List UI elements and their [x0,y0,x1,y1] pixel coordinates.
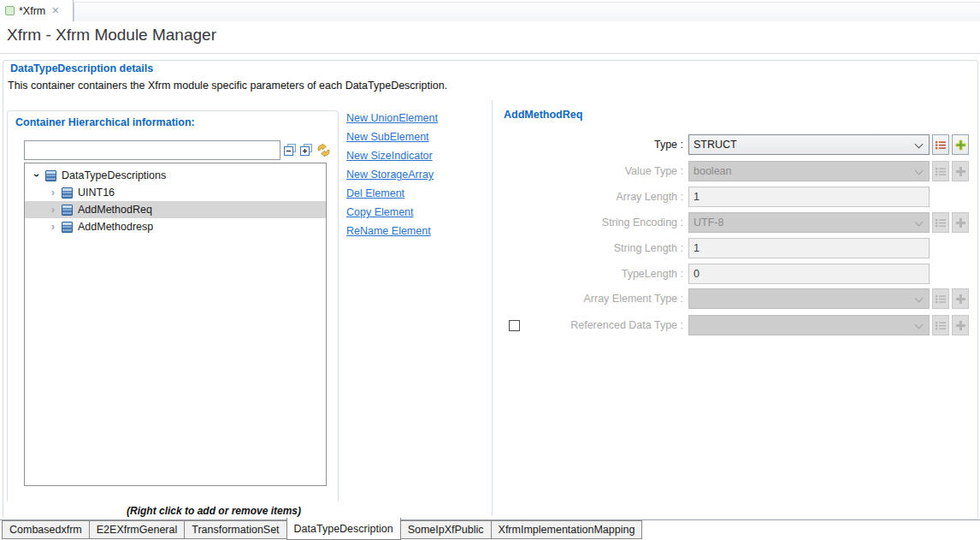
referenced-data-type-combobox [688,315,930,335]
chevron-right-icon[interactable]: › [51,203,55,216]
chevron-right-icon[interactable]: › [51,220,55,233]
tab-label: E2EXfrmGeneral [97,524,177,536]
tree-item-addmethodreq[interactable]: › AddMethodReq [25,201,326,218]
list-button [932,161,949,181]
array-length-field: 1 [688,187,930,207]
refresh-icon[interactable] [316,143,332,157]
list-button [932,288,949,309]
editor-tab-strip: *Xfrm ✕ [0,0,980,21]
combo-value: boolean [694,165,732,177]
link-new-unionelement[interactable]: New UnionElement [346,112,438,124]
section-description: This container containers the Xfrm modul… [8,80,447,92]
tree-item-label: DataTypeDescriptions [62,169,166,181]
field-label: String Length : [496,242,688,254]
type-combobox[interactable]: STRUCT [688,134,930,155]
link-rename-element[interactable]: ReName Element [346,225,431,237]
collapse-all-icon[interactable] [283,143,298,157]
list-button [932,315,949,335]
chevron-down-icon [915,140,924,149]
hierarchy-title: Container Hierarchical information: [15,116,195,128]
tree-hint-text: (Right click to add or remove items) [43,505,385,517]
datatype-node-icon [62,205,73,216]
header-separator [0,53,980,54]
string-encoding-combobox: UTF-8 [688,212,930,233]
field-label: Value Type : [496,165,688,177]
combo-value: STRUCT [694,139,737,151]
field-row-array-element-type: Array Element Type : [496,288,975,309]
tab-label: DataTypeDescription [294,523,393,535]
array-element-type-combobox [688,288,930,309]
field-row-typelength: TypeLength : 0 [496,264,975,284]
datatype-node-icon [62,222,73,233]
tab-strip-background [74,2,980,21]
page-title: Xfrm - Xfrm Module Manager [7,26,216,45]
datatype-node-icon [62,187,73,199]
datatype-node-icon [45,170,56,181]
field-value: 0 [694,268,700,280]
section-title: DataTypeDescription details [10,62,153,74]
field-value: 1 [694,191,700,203]
field-label: String Encoding : [496,217,688,228]
field-row-referenced-data-type: Referenced Data Type : [496,315,975,335]
expand-all-icon[interactable] [299,143,314,157]
editor-tab-label: *Xfrm [19,5,45,17]
list-button [932,212,949,233]
link-new-sizeindicator[interactable]: New SizeIndicator [346,150,433,162]
chevron-down-icon[interactable]: › [28,174,45,177]
list-button[interactable] [932,134,949,155]
referenced-data-type-checkbox[interactable] [509,320,520,331]
tab-label: XfrmImplementationMapping [499,524,635,536]
link-new-storagearray[interactable]: New StorageArray [346,169,434,181]
tab-label: TransformationSet [192,524,279,536]
field-row-array-length: Array Length : 1 [496,187,975,207]
add-button [952,161,969,181]
file-icon [5,6,15,15]
tree-item-uint16[interactable]: › UINT16 [25,184,326,201]
tab-datatypedescription[interactable]: DataTypeDescription [286,518,401,540]
link-new-subelement[interactable]: New SubElement [346,131,429,143]
string-length-field: 1 [688,238,930,258]
tab-xfrmimplementationmapping[interactable]: XfrmImplementationMapping [491,520,643,539]
add-button [952,212,969,233]
field-label: TypeLength : [496,268,688,280]
tab-someipxfpublic[interactable]: SomeIpXfPublic [400,520,492,539]
tree-filter-input[interactable] [24,140,280,160]
tree-item-addmethodresp[interactable]: › AddMethodresp [25,218,326,235]
bottom-tab-bar: Combasedxfrm E2EXfrmGeneral Transformati… [0,518,980,540]
field-label: Type : [496,139,688,151]
tab-label: Combasedxfrm [9,524,82,536]
hierarchy-tree: › DataTypeDescriptions › UINT16 › AddMet… [24,163,327,486]
field-label: Referenced Data Type : [520,319,688,331]
link-copy-element[interactable]: Copy Element [346,206,414,218]
close-icon[interactable]: ✕ [51,5,59,16]
tab-label: SomeIpXfPublic [408,524,484,536]
chevron-down-icon [915,218,924,227]
tree-item-label: AddMethodresp [78,221,153,233]
field-row-string-encoding: String Encoding : UTF-8 [496,212,975,233]
combo-value: UTF-8 [694,217,723,228]
field-row-type: Type : STRUCT [496,134,975,155]
tab-combasedxfrm[interactable]: Combasedxfrm [2,520,90,539]
tab-e2exfrmgeneral[interactable]: E2EXfrmGeneral [89,520,185,539]
tree-item-label: UINT16 [78,187,115,199]
field-row-string-length: String Length : 1 [496,238,975,258]
chevron-down-icon [915,294,924,303]
panel-divider [492,100,493,516]
tab-transformationset[interactable]: TransformationSet [184,520,286,539]
chevron-right-icon[interactable]: › [51,186,55,199]
field-label: Array Element Type : [496,293,688,305]
typelength-field: 0 [688,264,930,284]
add-button [952,315,969,335]
value-type-combobox: boolean [688,161,930,181]
editor-tab-xfrm[interactable]: *Xfrm ✕ [0,0,74,21]
field-row-value-type: Value Type : boolean [496,161,975,181]
tree-item-label: AddMethodReq [78,204,152,216]
tree-item-datatypedescriptions[interactable]: › DataTypeDescriptions [25,167,326,184]
link-del-element[interactable]: Del Element [346,187,404,199]
bottom-tab-row: Combasedxfrm E2EXfrmGeneral Transformati… [2,518,641,540]
chevron-down-icon [915,167,924,175]
field-label: Array Length : [496,191,688,203]
add-button [952,288,969,309]
detail-panel-title: AddMethodReq [504,109,582,121]
add-button[interactable] [952,134,969,155]
